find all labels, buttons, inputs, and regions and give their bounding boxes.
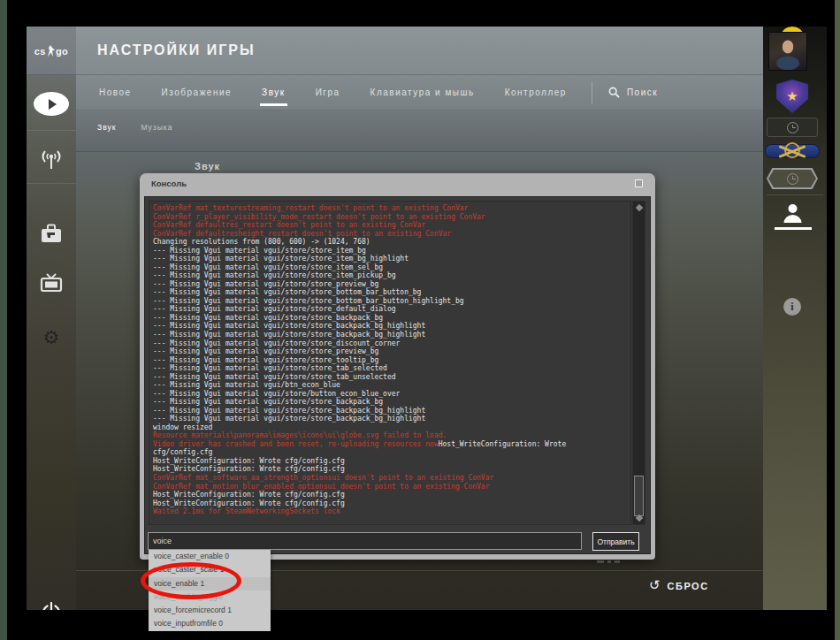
nav-tabs: НовоеИзображениеЗвукИграКлавиатура и мыш… bbox=[97, 77, 569, 108]
console-body: ConVarRef mat_texturestreaming_restart d… bbox=[144, 196, 651, 554]
console-line: Video driver has crashed and been reset,… bbox=[153, 440, 630, 449]
left-sidebar: ⚙ bbox=[27, 75, 76, 610]
sidebar-item-broadcast[interactable] bbox=[27, 148, 76, 171]
console-command-input[interactable] bbox=[148, 532, 582, 550]
avatar[interactable] bbox=[768, 32, 807, 71]
tab-клавиатура-и-мышь[interactable]: Клавиатура и мышь bbox=[369, 77, 477, 108]
tab-новое[interactable]: Новое bbox=[97, 77, 134, 108]
clock-icon bbox=[787, 122, 798, 133]
console-line: --- Missing Vgui material vgui/store/sto… bbox=[153, 263, 630, 272]
console-line: --- Missing Vgui material vgui/store/sto… bbox=[153, 415, 630, 423]
info-icon: i bbox=[790, 301, 793, 314]
search-icon bbox=[608, 87, 620, 98]
console-line: --- Missing Vgui material vgui/store/sto… bbox=[153, 364, 630, 373]
console-line: --- Missing Vgui material vgui/store/sto… bbox=[153, 255, 630, 263]
scrollbar-thumb[interactable] bbox=[634, 476, 644, 516]
rank-shield-badge[interactable]: ★ bbox=[776, 80, 808, 113]
autocomplete-item[interactable]: voice_inputfromfile 0 bbox=[149, 617, 271, 630]
autocomplete-item[interactable]: voice_enable 1 bbox=[149, 577, 271, 590]
search-button[interactable]: Поиск bbox=[608, 87, 658, 98]
nav-divider bbox=[592, 81, 592, 104]
loadout-icon bbox=[40, 224, 63, 245]
hex-clock-slot[interactable] bbox=[767, 168, 818, 189]
subnav-items: ЗвукМузыка bbox=[97, 123, 763, 132]
page-edge-left bbox=[0, 0, 7, 640]
console-line: Host_WriteConfiguration: Wrote cfg/confi… bbox=[153, 499, 630, 508]
autocomplete-item[interactable]: voice_enable_toggle bbox=[149, 590, 271, 604]
reset-history-icon: ↺ bbox=[649, 579, 661, 592]
profile-icon bbox=[781, 202, 805, 225]
autocomplete-item[interactable]: voice_caster_scale 1 bbox=[149, 563, 271, 576]
broadcast-icon bbox=[39, 148, 64, 171]
autocomplete-item[interactable]: voice_caster_enable 0 bbox=[149, 550, 271, 563]
console-line: --- Missing Vgui material vgui/store/sto… bbox=[153, 322, 630, 331]
console-line: ConVarRef mat_texturestreaming_restart d… bbox=[153, 204, 630, 213]
logo-cs-text: cs bbox=[34, 46, 46, 57]
sidebar-item-quit[interactable] bbox=[27, 602, 76, 610]
play-icon bbox=[34, 92, 69, 116]
subtab-музыка[interactable]: Музыка bbox=[141, 123, 172, 132]
console-line: --- Missing Vgui material vgui/btn_econ_… bbox=[153, 381, 630, 390]
console-scrollbar[interactable] bbox=[632, 201, 645, 525]
sidebar-divider bbox=[767, 194, 823, 195]
console-line: window resized bbox=[153, 423, 630, 432]
console-line: Changing resolutions from (800, 600) -> … bbox=[153, 238, 630, 247]
console-line: ConVarRef r_player_visibility_mode_resta… bbox=[153, 213, 630, 222]
console-line: --- Missing Vgui material vgui/store/sto… bbox=[153, 356, 630, 365]
console-line: --- Missing Vgui material vgui/store/sto… bbox=[153, 288, 630, 297]
csgo-logo[interactable]: cs go bbox=[27, 27, 76, 75]
console-line: --- Missing Vgui material vgui/store/sto… bbox=[153, 280, 630, 289]
clock-slot[interactable] bbox=[767, 118, 818, 137]
header: cs go НАСТРОЙКИ ИГРЫ bbox=[27, 27, 763, 75]
console-line: ConVarRef mat_motion_blur_enabled_option… bbox=[153, 483, 630, 491]
logo-go-text: go bbox=[56, 46, 68, 57]
submit-button[interactable]: Отправить bbox=[592, 532, 639, 551]
console-line: ConVarRef defaultres_restart doesn't poi… bbox=[153, 221, 630, 230]
console-line: Waited 2.1ms for SteamNetworkingSockets … bbox=[153, 507, 630, 516]
console-line: --- Missing Vgui material vgui/store/sto… bbox=[153, 305, 630, 314]
autocomplete-item[interactable]: voice_forcemicrecord 1 bbox=[149, 604, 271, 617]
power-icon bbox=[41, 602, 62, 610]
sidebar-item-watch[interactable] bbox=[27, 273, 76, 294]
reset-button[interactable]: ↺ СБРОС bbox=[649, 579, 709, 592]
page-edge-right bbox=[835, 0, 840, 640]
top-zone: cs go НАСТРОЙКИ ИГРЫ НовоеИзображениеЗву… bbox=[27, 27, 763, 152]
tab-контроллер[interactable]: Контроллер bbox=[503, 77, 569, 108]
sidebar-item-play[interactable] bbox=[27, 92, 76, 116]
window-resize-grip[interactable] bbox=[597, 560, 620, 563]
console-line: --- Missing Vgui material vgui/store/sto… bbox=[153, 373, 630, 382]
console-line: --- Missing Vgui material vgui/store/sto… bbox=[153, 247, 630, 255]
window-restore-button[interactable] bbox=[635, 179, 643, 187]
info-button[interactable]: i bbox=[783, 298, 801, 316]
tab-игра[interactable]: Игра bbox=[314, 77, 342, 108]
reset-label: СБРОС bbox=[668, 581, 709, 591]
profile-button[interactable] bbox=[781, 202, 805, 225]
console-autocomplete-list: voice_caster_enable 0voice_caster_scale … bbox=[149, 550, 271, 631]
profile-active-underline bbox=[775, 227, 812, 230]
clock-icon bbox=[787, 173, 798, 185]
console-line: --- Missing Vgui material vgui/store/sto… bbox=[153, 407, 630, 415]
console-output: ConVarRef mat_texturestreaming_restart d… bbox=[149, 201, 631, 525]
watch-tv-icon bbox=[39, 273, 64, 294]
console-line: Host_WriteConfiguration: Wrote cfg/confi… bbox=[153, 457, 630, 466]
tab-изображение[interactable]: Изображение bbox=[160, 77, 234, 108]
rank-star-icon: ★ bbox=[786, 88, 798, 104]
section-title: Звук bbox=[195, 161, 220, 171]
console-line: --- Missing Vgui material vgui/store/sto… bbox=[153, 347, 630, 356]
sidebar-divider bbox=[27, 183, 76, 184]
console-line: --- Missing Vgui material vgui/store/sto… bbox=[153, 271, 630, 280]
console-line: --- Missing Vgui material vgui/store/sto… bbox=[153, 398, 630, 407]
sidebar-divider bbox=[27, 130, 76, 131]
subtab-звук[interactable]: Звук bbox=[97, 123, 116, 132]
csgo-soldier-icon bbox=[47, 45, 55, 57]
service-medal[interactable] bbox=[766, 139, 819, 165]
console-line: Resource materials\panorama\images\icons… bbox=[153, 431, 630, 440]
console-window: Консоль ConVarRef mat_texturestreaming_r… bbox=[140, 173, 655, 560]
scroll-up-arrow-icon[interactable] bbox=[636, 204, 643, 211]
console-line: ConVarRef mat_software_aa_strength_optio… bbox=[153, 474, 630, 483]
settings-gear-icon: ⚙ bbox=[43, 329, 60, 347]
tab-звук[interactable]: Звук bbox=[260, 77, 287, 108]
sidebar-item-loadout[interactable] bbox=[27, 224, 76, 245]
sidebar-item-settings[interactable]: ⚙ bbox=[27, 329, 76, 347]
main-nav: НовоеИзображениеЗвукИграКлавиатура и мыш… bbox=[27, 75, 763, 110]
